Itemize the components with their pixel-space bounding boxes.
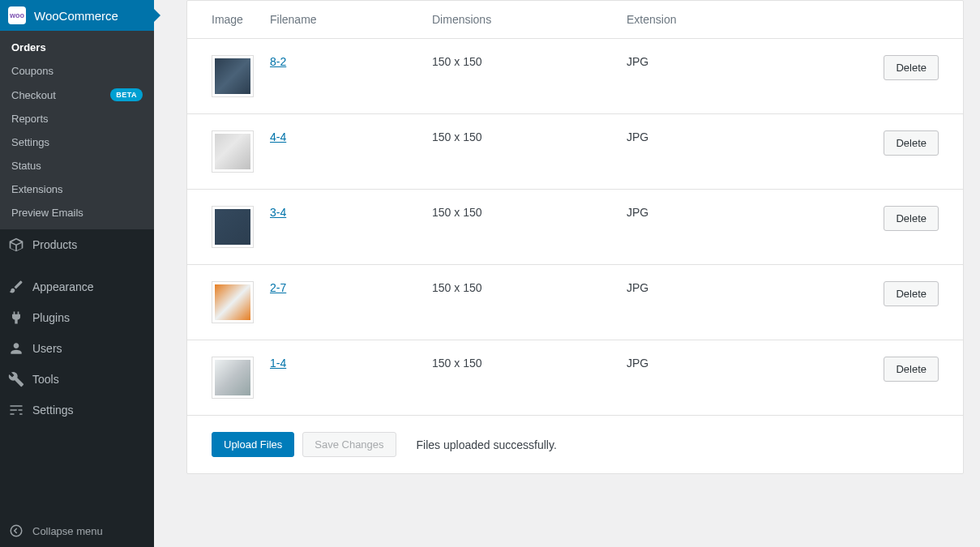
upload-files-button[interactable]: Upload Files bbox=[212, 432, 294, 457]
svg-point-0 bbox=[11, 525, 22, 536]
menu-item-products[interactable]: Products bbox=[0, 229, 154, 260]
sliders-icon bbox=[8, 402, 24, 418]
image-thumbnail[interactable] bbox=[212, 281, 254, 323]
filename-link[interactable]: 8-2 bbox=[270, 55, 286, 68]
main-content: Image Filename Dimensions Extension 8-2 … bbox=[154, 0, 980, 547]
footer-actions: Upload Files Save Changes Files uploaded… bbox=[187, 415, 963, 473]
submenu-item-status[interactable]: Status bbox=[0, 154, 154, 177]
extension-value: JPG bbox=[618, 39, 781, 114]
menu-label: Plugins bbox=[32, 311, 70, 324]
column-header-filename: Filename bbox=[262, 1, 424, 39]
image-thumbnail[interactable] bbox=[212, 55, 254, 97]
table-row: 3-4 150 x 150 JPG Delete bbox=[187, 190, 963, 265]
status-message: Files uploaded successfully. bbox=[417, 438, 557, 451]
sidebar-section-woocommerce[interactable]: woo WooCommerce bbox=[0, 0, 154, 31]
table-row: 1-4 150 x 150 JPG Delete bbox=[187, 340, 963, 416]
delete-button[interactable]: Delete bbox=[884, 206, 939, 231]
menu-label: Settings bbox=[32, 404, 74, 417]
menu-label: Products bbox=[32, 238, 77, 251]
submenu-item-coupons[interactable]: Coupons bbox=[0, 59, 154, 83]
delete-button[interactable]: Delete bbox=[884, 357, 939, 382]
menu-label: Users bbox=[32, 342, 62, 355]
woocommerce-submenu: Orders Coupons Checkout BETA Reports Set… bbox=[0, 31, 154, 229]
delete-button[interactable]: Delete bbox=[884, 130, 939, 156]
filename-link[interactable]: 3-4 bbox=[270, 206, 286, 219]
extension-value: JPG bbox=[618, 265, 781, 340]
menu-item-tools[interactable]: Tools bbox=[0, 364, 154, 395]
wrench-icon bbox=[8, 371, 24, 387]
admin-sidebar: woo WooCommerce Orders Coupons Checkout … bbox=[0, 0, 154, 547]
dimensions-value: 150 x 150 bbox=[424, 39, 618, 114]
menu-item-users[interactable]: Users bbox=[0, 333, 154, 364]
submenu-item-extensions[interactable]: Extensions bbox=[0, 177, 154, 201]
table-row: 4-4 150 x 150 JPG Delete bbox=[187, 114, 963, 190]
submenu-item-preview-emails[interactable]: Preview Emails bbox=[0, 201, 154, 224]
sidebar-section-label: WooCommerce bbox=[34, 9, 118, 23]
files-panel: Image Filename Dimensions Extension 8-2 … bbox=[186, 0, 964, 474]
menu-item-settings[interactable]: Settings bbox=[0, 395, 154, 425]
submenu-item-orders[interactable]: Orders bbox=[0, 36, 154, 59]
beta-badge: BETA bbox=[110, 88, 143, 101]
brush-icon bbox=[8, 279, 24, 295]
submenu-label: Preview Emails bbox=[11, 207, 83, 219]
submenu-label: Reports bbox=[11, 113, 49, 125]
dimensions-value: 150 x 150 bbox=[424, 190, 618, 265]
column-header-dimensions: Dimensions bbox=[424, 1, 618, 39]
table-row: 8-2 150 x 150 JPG Delete bbox=[187, 39, 963, 114]
table-row: 2-7 150 x 150 JPG Delete bbox=[187, 265, 963, 340]
filename-link[interactable]: 2-7 bbox=[270, 281, 286, 294]
column-header-image: Image bbox=[187, 1, 262, 39]
submenu-label: Status bbox=[11, 160, 41, 172]
menu-label: Appearance bbox=[32, 280, 94, 293]
extension-value: JPG bbox=[618, 190, 781, 265]
image-thumbnail[interactable] bbox=[212, 130, 254, 173]
submenu-label: Settings bbox=[11, 136, 49, 148]
user-icon bbox=[8, 340, 24, 357]
delete-button[interactable]: Delete bbox=[884, 55, 939, 80]
extension-value: JPG bbox=[618, 114, 781, 190]
collapse-label: Collapse menu bbox=[32, 525, 103, 537]
submenu-label: Coupons bbox=[11, 65, 53, 77]
dimensions-value: 150 x 150 bbox=[424, 114, 618, 190]
image-thumbnail[interactable] bbox=[212, 357, 254, 399]
column-header-extension: Extension bbox=[618, 1, 781, 39]
dimensions-value: 150 x 150 bbox=[424, 340, 618, 416]
collapse-menu-button[interactable]: Collapse menu bbox=[0, 515, 154, 547]
box-icon bbox=[8, 237, 24, 253]
submenu-item-reports[interactable]: Reports bbox=[0, 107, 154, 130]
submenu-label: Orders bbox=[11, 41, 46, 53]
dimensions-value: 150 x 150 bbox=[424, 265, 618, 340]
menu-label: Tools bbox=[32, 373, 59, 386]
menu-item-appearance[interactable]: Appearance bbox=[0, 271, 154, 302]
column-header-actions bbox=[781, 1, 963, 39]
submenu-label: Checkout bbox=[11, 89, 56, 101]
save-changes-button[interactable]: Save Changes bbox=[302, 432, 396, 457]
menu-item-plugins[interactable]: Plugins bbox=[0, 302, 154, 333]
submenu-item-settings[interactable]: Settings bbox=[0, 130, 154, 154]
files-table: Image Filename Dimensions Extension 8-2 … bbox=[187, 1, 963, 415]
woocommerce-icon: woo bbox=[8, 6, 26, 24]
delete-button[interactable]: Delete bbox=[884, 281, 939, 306]
submenu-item-checkout[interactable]: Checkout BETA bbox=[0, 83, 154, 107]
collapse-icon bbox=[8, 523, 24, 539]
submenu-label: Extensions bbox=[11, 183, 63, 195]
filename-link[interactable]: 1-4 bbox=[270, 357, 286, 370]
image-thumbnail[interactable] bbox=[212, 206, 254, 248]
extension-value: JPG bbox=[618, 340, 781, 416]
filename-link[interactable]: 4-4 bbox=[270, 130, 286, 143]
plug-icon bbox=[8, 310, 24, 326]
